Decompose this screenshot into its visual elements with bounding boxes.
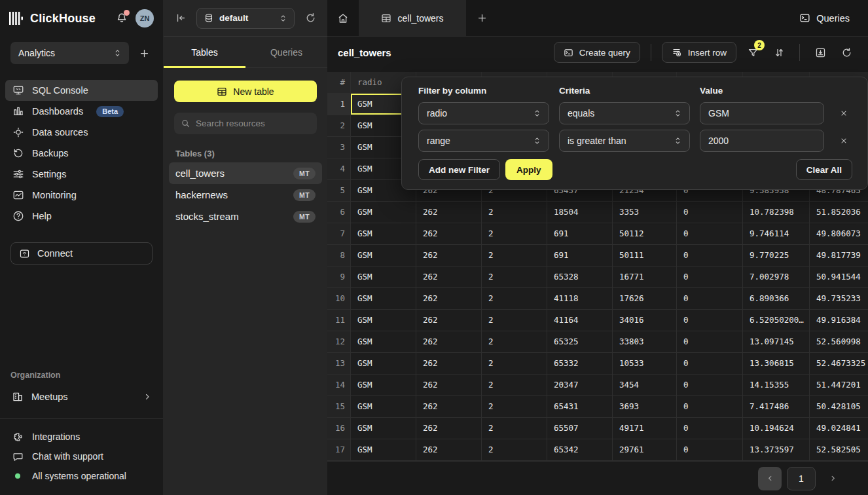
table-cell[interactable]: 691: [547, 223, 613, 245]
table-cell[interactable]: 2: [482, 245, 547, 266]
table-cell[interactable]: 6.52050200…: [743, 310, 810, 331]
home-icon[interactable]: [327, 0, 359, 36]
remove-filter-1-icon[interactable]: [834, 102, 854, 124]
system-status[interactable]: All systems operational: [12, 466, 151, 486]
table-cell[interactable]: 50112: [613, 223, 677, 245]
table-cell[interactable]: 2: [482, 331, 547, 353]
table-cell[interactable]: GSM: [351, 375, 416, 396]
filter-criteria-select-2[interactable]: is greater than: [559, 130, 690, 152]
table-cell[interactable]: 13.097145: [743, 331, 810, 353]
database-selector[interactable]: default: [196, 8, 295, 29]
collapse-panel-icon[interactable]: [172, 9, 190, 28]
sidebar-item-dashboards[interactable]: Dashboards Beta: [5, 101, 158, 122]
table-cell[interactable]: 65431: [547, 396, 613, 418]
table-cell[interactable]: 65342: [547, 439, 613, 461]
add-new-filter-button[interactable]: Add new Filter: [418, 159, 500, 180]
table-cell[interactable]: GSM: [351, 288, 416, 310]
table-cell[interactable]: 10.782398: [743, 202, 810, 223]
table-cell[interactable]: 0: [677, 331, 743, 353]
table-cell[interactable]: 9.770225: [743, 245, 810, 266]
user-avatar[interactable]: ZN: [136, 9, 154, 28]
next-page-button[interactable]: [821, 467, 844, 490]
add-workspace-button[interactable]: [136, 45, 153, 62]
table-cell[interactable]: 0: [677, 310, 743, 331]
table-cell[interactable]: 9.746114: [743, 223, 810, 245]
sidebar-item-integrations[interactable]: Integrations: [12, 427, 151, 447]
table-cell[interactable]: 262: [416, 396, 482, 418]
connect-button[interactable]: Connect: [10, 242, 153, 265]
table-cell[interactable]: 49.024841: [810, 418, 868, 439]
filter-column-select-1[interactable]: radio: [418, 102, 549, 124]
table-cell[interactable]: 0: [677, 396, 743, 418]
table-cell[interactable]: 50111: [613, 245, 677, 266]
table-cell[interactable]: 49.735233: [810, 288, 868, 310]
table-cell[interactable]: 49.806073: [810, 223, 868, 245]
workspace-selector[interactable]: Analytics: [10, 42, 129, 64]
current-page-indicator[interactable]: 1: [787, 467, 816, 490]
tab-tables[interactable]: Tables: [164, 37, 245, 67]
table-cell[interactable]: GSM: [351, 396, 416, 418]
table-cell[interactable]: 3353: [613, 202, 677, 223]
sidebar-item-chat-support[interactable]: Chat with support: [12, 447, 151, 466]
table-cell[interactable]: 2: [482, 266, 547, 288]
sidebar-item-meetups[interactable]: Meetups: [5, 386, 158, 407]
table-cell[interactable]: 262: [416, 202, 482, 223]
table-cell[interactable]: 10.194624: [743, 418, 810, 439]
insert-row-button[interactable]: Insert row: [662, 42, 736, 63]
table-cell[interactable]: GSM: [351, 353, 416, 375]
table-cell[interactable]: GSM: [351, 245, 416, 266]
table-cell[interactable]: 0: [677, 439, 743, 461]
table-cell[interactable]: 6.890366: [743, 288, 810, 310]
table-cell[interactable]: 0: [677, 266, 743, 288]
download-icon[interactable]: [810, 43, 830, 62]
table-cell[interactable]: 52.582505: [810, 439, 868, 461]
queries-button[interactable]: Queries: [793, 0, 868, 36]
filter-value-input-1[interactable]: [708, 108, 816, 119]
table-cell[interactable]: 0: [677, 245, 743, 266]
table-cell[interactable]: 262: [416, 223, 482, 245]
table-cell[interactable]: GSM: [351, 331, 416, 353]
table-cell[interactable]: 262: [416, 245, 482, 266]
table-cell[interactable]: 20347: [547, 375, 613, 396]
filter-value-input-2[interactable]: [708, 136, 816, 146]
table-cell[interactable]: 262: [416, 375, 482, 396]
table-cell[interactable]: 50.941544: [810, 266, 868, 288]
table-cell[interactable]: 13.373597: [743, 439, 810, 461]
apply-button[interactable]: Apply: [505, 159, 552, 180]
table-list-item-stocks-stream[interactable]: stocks_stream MT: [169, 206, 322, 227]
tab-cell-towers[interactable]: cell_towers: [359, 0, 466, 36]
filter-column-select-2[interactable]: range: [418, 130, 549, 152]
refresh-icon[interactable]: [837, 43, 856, 62]
clear-all-button[interactable]: Clear All: [796, 159, 852, 180]
create-query-button[interactable]: Create query: [554, 42, 640, 63]
notifications-bell-icon[interactable]: [114, 10, 130, 26]
table-cell[interactable]: 2: [482, 288, 547, 310]
table-cell[interactable]: 0: [677, 223, 743, 245]
table-cell[interactable]: 2: [482, 375, 547, 396]
sidebar-item-backups[interactable]: Backups: [5, 143, 158, 164]
table-cell[interactable]: 13.306815: [743, 353, 810, 375]
table-cell[interactable]: GSM: [351, 202, 416, 223]
table-cell[interactable]: 2: [482, 202, 547, 223]
table-cell[interactable]: 51.852036: [810, 202, 868, 223]
table-cell[interactable]: 0: [677, 418, 743, 439]
table-cell[interactable]: 52.560998: [810, 331, 868, 353]
table-list-item-hackernews[interactable]: hackernews MT: [169, 184, 322, 206]
table-cell[interactable]: 2: [482, 310, 547, 331]
remove-filter-2-icon[interactable]: [834, 130, 854, 152]
filter-criteria-select-1[interactable]: equals: [559, 102, 690, 124]
table-cell[interactable]: 262: [416, 331, 482, 353]
table-cell[interactable]: 262: [416, 266, 482, 288]
previous-page-button[interactable]: [758, 467, 782, 490]
table-cell[interactable]: 2: [482, 439, 547, 461]
table-cell[interactable]: 0: [677, 353, 743, 375]
table-cell[interactable]: 0: [677, 288, 743, 310]
table-cell[interactable]: 262: [416, 353, 482, 375]
table-cell[interactable]: 262: [416, 439, 482, 461]
tab-queries[interactable]: Queries: [245, 37, 327, 67]
sidebar-item-data-sources[interactable]: Data sources: [5, 122, 158, 143]
table-cell[interactable]: 65507: [547, 418, 613, 439]
table-cell[interactable]: 18504: [547, 202, 613, 223]
table-cell[interactable]: 41164: [547, 310, 613, 331]
column-header[interactable]: #: [327, 72, 351, 94]
